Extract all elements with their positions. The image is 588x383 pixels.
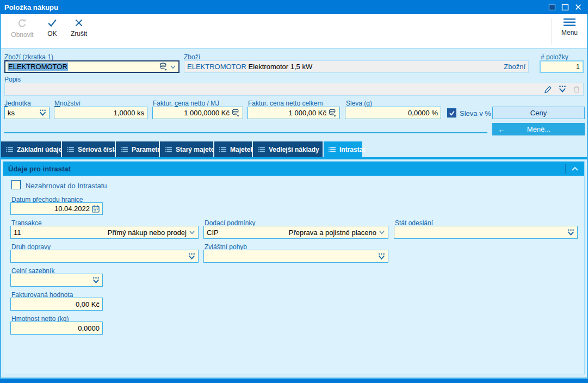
zbozi-short-combo[interactable]: ELEKTROMOTOR [4, 60, 180, 73]
sleva-field[interactable]: 0,0000 % [345, 107, 441, 119]
tab-label: Majetek [230, 146, 254, 153]
toolbar-separator [552, 18, 552, 45]
zbozi-short-label: Zboží (zkratka 1) [4, 53, 53, 61]
expand-dots-chevron-icon[interactable] [559, 85, 566, 93]
polozky-value: 1 [576, 63, 580, 71]
stat-odeslani-combo[interactable] [394, 226, 578, 239]
dots-chevron-icon[interactable] [378, 253, 385, 260]
maximize-button[interactable] [561, 3, 570, 11]
cancel-button[interactable]: Zrušit [66, 18, 91, 38]
sleva-v-pct-checkbox[interactable] [447, 108, 456, 118]
list-icon [67, 146, 74, 152]
cena-mj-field[interactable]: 1 000,0000 Kč [152, 107, 243, 119]
zbozi-name: Elektromotor 1,5 kW [246, 63, 312, 71]
transakce-text: Přímý nákup nebo prodej [108, 228, 187, 237]
dodaci-code: CIP [207, 228, 219, 237]
dots-chevron-icon[interactable] [567, 229, 574, 236]
tab-majetek[interactable]: Majetek [214, 141, 252, 157]
dots-chevron-icon[interactable] [188, 253, 195, 260]
popis-label: Popis [4, 76, 21, 83]
maximize-icon [561, 4, 569, 11]
tab-seriova-cisla[interactable]: Sériová čísla [62, 141, 115, 157]
jednotka-value: ks [8, 109, 15, 117]
chevron-down-icon[interactable] [189, 229, 195, 236]
ceny-button[interactable]: Ceny [492, 107, 585, 119]
mnozstvi-value: 1,0000 ks [114, 109, 144, 117]
empty-line-underline [4, 132, 487, 133]
refresh-icon [17, 18, 28, 29]
trash-icon[interactable] [573, 85, 580, 93]
refresh-button[interactable]: Obnovit [5, 18, 39, 39]
sleva-value: 0,0000 % [408, 109, 438, 117]
tab-vedlejsi-naklady[interactable]: Vedlejší náklady [253, 141, 323, 157]
title-bar: Položka nákupu [0, 0, 588, 14]
prices-coins-icon[interactable] [329, 109, 337, 117]
dots-chevron-icon[interactable] [39, 109, 46, 116]
dock-window-button[interactable] [548, 3, 556, 11]
chevron-down-icon[interactable] [170, 64, 176, 70]
zbozi-code: ELEKTROMOTOR [187, 63, 246, 71]
zvlastni-pohyb-combo[interactable] [203, 250, 388, 263]
tab-stary-majetek[interactable]: Starý majetek [160, 141, 213, 157]
calendar-icon[interactable] [92, 205, 100, 213]
tab-underline [0, 157, 588, 159]
dodaci-text: Přeprava a pojistné placeno [289, 228, 376, 237]
checkmark-icon [449, 110, 455, 116]
zbozi-display-field: ELEKTROMOTOR Elektromotor 1,5 kW Zbožní [184, 60, 529, 73]
chevron-up-icon [571, 166, 579, 171]
dodaci-combo[interactable]: CIP Přeprava a pojistné placeno [203, 226, 388, 239]
window-left-edge [0, 14, 1, 383]
cena-celkem-label: Faktur. cena netto celkem [248, 100, 323, 107]
datum-value: 10.04.2022 [54, 205, 90, 213]
menu-label: Menu [561, 29, 578, 36]
popis-field[interactable] [4, 83, 584, 96]
druh-dopravy-combo[interactable] [10, 250, 199, 263]
tab-intrastat[interactable]: Intrastat [324, 141, 362, 157]
datum-field[interactable]: 10.04.2022 [10, 202, 103, 215]
check-icon [47, 18, 57, 28]
fakturovana-field[interactable]: 0,00 Kč [10, 298, 103, 311]
polozky-field[interactable]: 1 [540, 60, 584, 73]
edit-pencil-icon[interactable] [544, 85, 552, 94]
prices-coins-icon[interactable] [232, 109, 240, 117]
cancel-label: Zrušit [71, 30, 87, 38]
nezahrnovat-checkbox[interactable] [11, 180, 21, 189]
transakce-combo[interactable]: 11 Přímý nákup nebo prodej [10, 226, 199, 239]
ok-button[interactable]: OK [42, 18, 62, 38]
list-icon [258, 146, 265, 152]
fakturovana-value: 0,00 Kč [76, 300, 100, 308]
list-icon [329, 146, 336, 152]
list-icon [219, 146, 226, 152]
ok-label: OK [47, 30, 57, 38]
intrastat-section-title: Údaje pro intrastat [3, 165, 71, 173]
dots-chevron-icon[interactable] [92, 277, 100, 284]
x-icon [74, 18, 84, 28]
tab-parametry[interactable]: Parametry [116, 141, 159, 157]
menu-button[interactable]: Menu [557, 18, 582, 36]
cena-mj-label: Faktur. cena netto / MJ [153, 100, 219, 107]
hmotnost-field[interactable]: 0,0000 [10, 322, 103, 335]
chevron-down-icon[interactable] [379, 229, 385, 236]
left-arrow-icon: ← [492, 125, 506, 134]
polozky-label: # položky [541, 53, 568, 61]
sleva-v-pct-label: Sleva v % [460, 109, 491, 118]
prices-coins-icon[interactable] [159, 63, 168, 71]
zbozi-type-label: Zbožní [504, 63, 525, 71]
mnozstvi-field[interactable]: 1,0000 ks [54, 107, 147, 119]
cena-mj-value: 1 000,0000 Kč [184, 109, 230, 117]
collapse-section-button[interactable] [566, 162, 584, 176]
tab-label: Sériová čísla [78, 146, 117, 153]
jednotka-combo[interactable]: ks [4, 107, 49, 119]
zbozi-label: Zboží [184, 53, 200, 61]
celni-sazebnik-combo[interactable] [10, 274, 103, 287]
close-button[interactable] [574, 3, 583, 11]
tab-zakladni-udaje[interactable]: Základní údaje [1, 141, 61, 157]
intrastat-section-header: Údaje pro intrastat [3, 162, 584, 176]
mene-button[interactable]: ← Méně... [492, 123, 585, 135]
refresh-label: Obnovit [11, 31, 33, 39]
tab-label: Parametry [132, 146, 164, 153]
cena-celkem-field[interactable]: 1 000,00 Kč [247, 107, 340, 119]
sleva-label: Sleva (g) [346, 100, 372, 107]
window-polozka-nakupu: Položka nákupu Obnovit OK Zrušit Menu Zb… [0, 0, 588, 383]
dock-icon [548, 4, 556, 11]
